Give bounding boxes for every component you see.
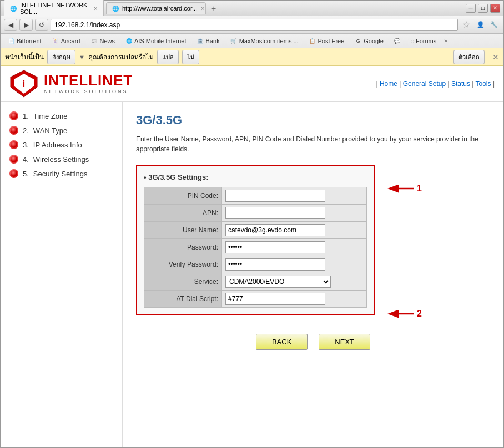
service-label: Service: [144,273,222,291]
bookmark-news[interactable]: 📰 News [87,36,118,46]
table-row: Verify Password: [144,256,367,273]
pin-code-label: PIN Code: [144,187,222,205]
bookmark-google-label: Google [364,38,383,44]
bookmark-max-label: MaxMostcom items ... [239,38,299,44]
back-button[interactable]: BACK [256,334,308,350]
sidebar-dot-1 [9,111,18,120]
apn-input[interactable] [225,207,325,219]
bookmark-bittorrent[interactable]: 📄 Bittorrent [4,36,45,46]
arrow-2-icon [386,307,414,320]
settings-box: 3G/3.5G Settings: PIN Code: [136,165,375,315]
translate-close-icon[interactable]: ✕ [492,53,499,62]
username-input[interactable] [225,224,325,236]
minimize-button[interactable]: ─ [466,4,476,13]
settings-form-table: PIN Code: APN: [144,187,367,308]
sidebar-item-wireless[interactable]: 4. Wireless Settings [7,152,115,166]
table-row: AT Dial Script: [144,291,367,308]
translate-do-button[interactable]: แปล [157,50,179,64]
bookmark-bittorrent-label: Bittorrent [17,38,42,44]
bookmark-postfree[interactable]: 📋 Post Free [305,36,348,46]
nav-setup-link[interactable]: General Setup [403,80,446,88]
pin-code-input[interactable] [225,190,325,202]
translate-settings[interactable]: ตัวเลือก [453,50,485,64]
svg-point-3 [11,113,17,119]
bookmarks-bar: 📄 Bittorrent 🃏 Aircard 📰 News 🌐 AIS Mobi… [1,34,503,48]
nav-pipe-5: | [493,80,495,88]
sidebar-item-1-num: 1. [23,112,29,120]
tab-2-close[interactable]: ✕ [200,6,205,12]
bookmark-google[interactable]: G Google [351,36,386,46]
sidebar-item-3-label: IP Address Info [33,141,82,149]
translate-lang-button[interactable]: อังกฤษ [47,50,75,64]
tab-1-close[interactable]: ✕ [93,6,98,12]
sidebar-item-ipinfo[interactable]: 3. IP Address Info [7,138,115,152]
nav-status-link[interactable]: Status [451,80,470,88]
bookmark-postfree-label: Post Free [318,38,345,44]
password-label: Password: [144,239,222,256]
tab-2[interactable]: 🌐 http://www.totalaircard.cor... ✕ [106,2,206,14]
nav-tools-link[interactable]: Tools [476,80,491,88]
annotation-2: 2 [386,307,422,320]
translate-options-button[interactable]: ตัวเลือก [453,50,485,64]
bookmark-postfree-icon: 📋 [309,37,316,45]
intellinet-shield-logo: i [9,69,38,98]
bookmark-max[interactable]: 🛒 MaxMostcom items ... [226,36,302,46]
page-description: Enter the User Name, Password, APN, PIN … [136,134,490,154]
settings-area: 3G/3.5G Settings: PIN Code: [136,165,490,320]
nav-icon-1[interactable]: 👤 [475,19,487,31]
table-row: APN: [144,205,367,222]
next-button[interactable]: NEXT [319,334,370,350]
sidebar-item-5-num: 5. [23,170,29,178]
back-button[interactable]: ◀ [4,19,17,31]
maximize-button[interactable]: □ [478,4,488,13]
new-tab-button[interactable]: + [208,3,219,14]
tab-1[interactable]: 🌐 INTELLINET NETWORK SOL... ✕ [4,0,104,17]
bookmark-bank-label: Bank [206,38,220,44]
table-row: PIN Code: [144,187,367,205]
reload-button[interactable]: ↺ [35,19,48,31]
logo-sub: NETWORK SOLUTIONS [44,89,133,94]
page-content: i INTELLINET NETWORK SOLUTIONS | Home | … [1,66,503,447]
bookmark-star-icon[interactable]: ☆ [460,19,472,30]
bookmark-forums[interactable]: 💬 --- :: Forums [390,36,440,46]
service-select[interactable]: CDMA2000/EVDO UMTS/HSDPA Auto [225,276,331,288]
page-title: 3G/3.5G [136,113,490,128]
logo-area: i INTELLINET NETWORK SOLUTIONS [9,69,133,98]
bookmark-ais[interactable]: 🌐 AIS Mobile Internet [122,36,190,46]
bookmark-aircard[interactable]: 🃏 Aircard [48,36,84,46]
verify-password-input[interactable] [225,258,325,271]
logo-text-area: INTELLINET NETWORK SOLUTIONS [44,73,133,94]
sidebar-dot-2 [9,126,18,135]
translate-no-button[interactable]: ไม่ [182,50,199,64]
nav-icon-2[interactable]: 🔧 [488,19,500,31]
bookmark-forums-icon: 💬 [394,37,401,45]
main-content: 3G/3.5G Enter the User Name, Password, A… [123,102,503,447]
table-row: Password: [144,239,367,256]
annotation-2-label: 2 [417,309,422,319]
bookmark-google-icon: G [354,37,362,45]
verify-password-label: Verify Password: [144,256,222,273]
svg-point-4 [11,127,17,134]
settings-box-title: 3G/3.5G Settings: [144,173,367,181]
translate-bar: หน้าเว็บนี้เป็น อังกฤษ ▼ คุณต้องการแปลหร… [1,48,503,66]
bookmark-bank[interactable]: 🏦 Bank [193,36,223,46]
pin-code-cell [222,187,367,205]
bookmarks-more-arrow[interactable]: » [443,37,448,45]
nav-home-link[interactable]: Home [380,80,397,88]
close-button[interactable]: ✕ [490,4,500,13]
password-input[interactable] [225,241,325,253]
svg-point-7 [11,170,17,177]
bookmark-ais-label: AIS Mobile Internet [134,38,187,44]
sidebar-item-security[interactable]: 5. Security Settings [7,166,115,181]
dial-script-input[interactable] [225,293,325,305]
router-body: 1. Time Zone 2. WAN Type 3. IP Address I… [1,102,503,447]
dial-script-label: AT Dial Script: [144,291,222,308]
annotation-1-label: 1 [417,184,422,194]
sidebar-item-5-label: Security Settings [33,170,88,178]
sidebar-item-wantype[interactable]: 2. WAN Type [7,123,115,138]
forward-button[interactable]: ▶ [19,19,33,31]
sidebar-item-timezone[interactable]: 1. Time Zone [7,109,115,123]
navigation-bar: ◀ ▶ ↺ ☆ 👤 🔧 [1,16,503,34]
table-row: Service: CDMA2000/EVDO UMTS/HSDPA Auto [144,273,367,291]
address-bar[interactable] [51,19,458,31]
